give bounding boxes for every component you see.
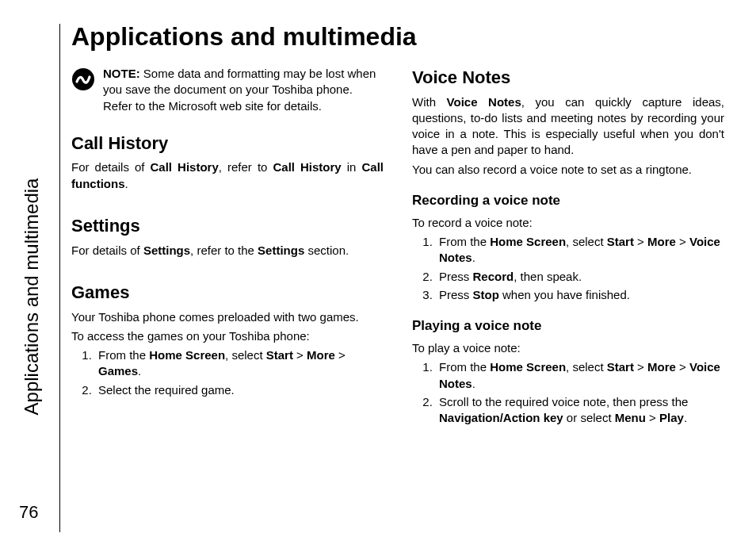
playing-steps: From the Home Screen, select Start > Mor…: [412, 359, 724, 426]
left-column: NOTE: Some data and formatting may be lo…: [71, 66, 384, 431]
recording-step-1: From the Home Screen, select Start > Mor…: [436, 234, 724, 266]
heading-call-history: Call History: [71, 132, 384, 155]
vertical-divider: [59, 24, 60, 532]
games-step-1: From the Home Screen, select Start > Mor…: [95, 347, 384, 380]
recording-step-3: Press Stop when you have finished.: [436, 287, 724, 303]
settings-text: For details of Settings, refer to the Se…: [71, 243, 384, 259]
note-callout: NOTE: Some data and formatting may be lo…: [71, 66, 384, 114]
heading-voice-notes: Voice Notes: [412, 66, 724, 90]
playing-lead: To play a voice note:: [412, 340, 724, 356]
right-column: Voice Notes With Voice Notes, you can qu…: [412, 66, 724, 431]
games-steps: From the Home Screen, select Start > Mor…: [71, 347, 384, 398]
section-tab-label: Applications and multimedia: [21, 162, 43, 431]
heading-games: Games: [71, 281, 384, 305]
content-area: Applications and multimedia NOTE: Some d…: [71, 22, 724, 532]
playing-step-1: From the Home Screen, select Start > Mor…: [436, 359, 724, 392]
playing-step-2: Scroll to the required voice note, then …: [436, 394, 724, 427]
games-step-2: Select the required game.: [95, 382, 384, 398]
manual-page: Applications and multimedia 76 Applicati…: [0, 0, 756, 556]
two-column-layout: NOTE: Some data and formatting may be lo…: [71, 66, 724, 431]
voice-notes-intro2: You can also record a voice note to set …: [412, 162, 724, 178]
call-history-text: For details of Call History, refer to Ca…: [71, 159, 384, 192]
heading-recording: Recording a voice note: [412, 192, 724, 210]
note-icon: [71, 67, 95, 91]
recording-lead: To record a voice note:: [412, 215, 724, 231]
note-body: Some data and formatting may be lost whe…: [103, 67, 376, 113]
page-number: 76: [19, 502, 38, 523]
note-label: NOTE:: [103, 67, 140, 80]
sidebar: Applications and multimedia: [16, 24, 55, 532]
page-title: Applications and multimedia: [71, 22, 724, 52]
heading-playing: Playing a voice note: [412, 317, 724, 336]
games-lead: To access the games on your Toshiba phon…: [71, 328, 384, 344]
recording-step-2: Press Record, then speak.: [436, 269, 724, 285]
heading-settings: Settings: [71, 214, 384, 238]
games-intro: Your Toshiba phone comes preloaded with …: [71, 309, 384, 325]
voice-notes-intro: With Voice Notes, you can quickly captur…: [412, 94, 724, 159]
note-text: NOTE: Some data and formatting may be lo…: [103, 66, 384, 114]
recording-steps: From the Home Screen, select Start > Mor…: [412, 234, 724, 303]
